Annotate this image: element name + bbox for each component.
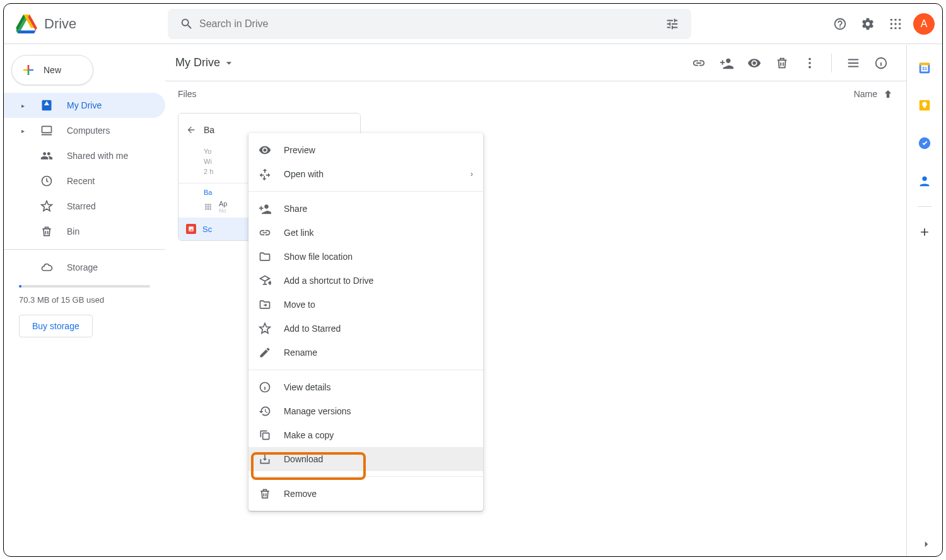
app-title: Drive [44, 16, 76, 32]
menu-item-preview[interactable]: Preview [248, 138, 483, 162]
more-icon[interactable] [797, 50, 822, 76]
trash-icon[interactable] [769, 50, 795, 76]
nav-starred[interactable]: ▸ Starred [4, 194, 165, 219]
nav-bin[interactable]: ▸ Bin [4, 219, 165, 244]
avatar[interactable]: A [913, 13, 935, 35]
nav-shared[interactable]: ▸ Shared with me [4, 143, 165, 168]
share-icon [259, 202, 271, 215]
svg-point-5 [899, 23, 901, 25]
header-actions: A [827, 11, 937, 37]
svg-point-3 [891, 23, 892, 25]
breadcrumb-label: My Drive [175, 56, 220, 69]
menu-item-remove[interactable]: Remove [248, 482, 483, 506]
expand-icon[interactable]: ▸ [19, 127, 26, 134]
menu-item-view-details[interactable]: View details [248, 375, 483, 399]
nav-computers[interactable]: ▸ Computers [4, 118, 165, 143]
svg-point-13 [809, 66, 811, 68]
tasks-app-icon[interactable] [912, 131, 937, 156]
arrow-up-icon [882, 88, 894, 100]
expand-icon[interactable]: ▸ [19, 102, 26, 109]
trash-icon [259, 487, 271, 500]
settings-icon[interactable] [855, 11, 880, 37]
apps-grid-icon[interactable] [883, 11, 908, 37]
nav: ▸ My Drive ▸ Computers ▸ Shared with me … [4, 93, 165, 337]
collapse-panel-icon[interactable] [921, 539, 932, 550]
details-icon[interactable] [868, 50, 894, 76]
nav-label: Shared with me [67, 151, 128, 161]
svg-rect-24 [263, 433, 269, 440]
star-icon [39, 199, 54, 214]
menu-item-rename[interactable]: Rename [248, 341, 483, 365]
drive-logo-icon [14, 11, 39, 37]
link-icon [259, 226, 271, 239]
plus-icon [21, 62, 36, 78]
logo-area[interactable]: Drive [14, 11, 163, 37]
files-heading: Files [178, 89, 197, 99]
svg-point-21 [922, 177, 926, 181]
menu-item-manage-versions[interactable]: Manage versions [248, 399, 483, 423]
link-icon[interactable] [686, 50, 711, 76]
search-input[interactable] [199, 18, 660, 30]
share-icon[interactable] [714, 50, 739, 76]
menu-divider [248, 476, 483, 477]
trash-icon [39, 224, 54, 239]
buy-storage-button[interactable]: Buy storage [19, 315, 93, 337]
header: Drive A [4, 4, 942, 44]
add-app-icon[interactable] [912, 219, 937, 245]
menu-divider [248, 370, 483, 370]
contacts-app-icon[interactable] [912, 168, 937, 194]
new-button[interactable]: New [11, 55, 93, 85]
search-icon[interactable] [174, 11, 199, 37]
sort-label: Name [854, 89, 877, 99]
nav-label: Recent [67, 176, 95, 186]
info-icon [259, 381, 271, 394]
computers-icon [39, 123, 54, 138]
keep-app-icon[interactable] [912, 93, 937, 118]
folder-icon [259, 250, 271, 263]
svg-point-7 [894, 27, 896, 29]
calendar-app-icon[interactable]: 31 [912, 55, 937, 80]
context-menu: PreviewOpen with›ShareGet linkShow file … [248, 133, 483, 511]
shared-icon [39, 148, 54, 163]
menu-divider [248, 191, 483, 192]
nav-storage[interactable]: ▸ Storage [4, 255, 165, 280]
copy-icon [259, 429, 271, 441]
chevron-down-icon [223, 57, 235, 69]
svg-point-0 [891, 18, 892, 20]
svg-text:31: 31 [922, 66, 927, 71]
download-icon [259, 453, 271, 465]
chevron-right-icon: › [470, 170, 473, 178]
support-icon[interactable] [827, 11, 853, 37]
columns-header: Files Name [165, 81, 906, 107]
nav-label: My Drive [67, 100, 102, 110]
preview-icon[interactable] [742, 50, 767, 76]
nav-label: Starred [67, 201, 96, 211]
arrow-left-icon [186, 125, 196, 135]
svg-point-4 [894, 23, 896, 25]
menu-item-add-a-shortcut-to-drive[interactable]: +Add a shortcut to Drive [248, 269, 483, 293]
list-view-icon[interactable] [841, 50, 866, 76]
menu-item-show-file-location[interactable]: Show file location [248, 245, 483, 269]
breadcrumb[interactable]: My Drive [170, 52, 240, 73]
menu-item-get-link[interactable]: Get link [248, 221, 483, 245]
menu-item-move-to[interactable]: Move to [248, 293, 483, 317]
search-bar[interactable] [168, 9, 691, 39]
cloud-icon [39, 260, 54, 275]
nav-recent[interactable]: ▸ Recent [4, 168, 165, 194]
menu-item-share[interactable]: Share [248, 197, 483, 221]
recent-icon [39, 173, 54, 189]
sort-control[interactable]: Name [854, 88, 894, 100]
svg-point-2 [899, 18, 901, 20]
nav-my-drive[interactable]: ▸ My Drive [4, 93, 165, 118]
rename-icon [259, 346, 271, 359]
menu-item-add-to-starred[interactable]: Add to Starred [248, 317, 483, 341]
menu-item-download[interactable]: Download [248, 447, 483, 471]
divider [831, 54, 832, 73]
menu-item-make-a-copy[interactable]: Make a copy [248, 423, 483, 447]
svg-text:+: + [269, 280, 271, 286]
svg-point-8 [899, 27, 901, 29]
tune-icon[interactable] [660, 11, 685, 37]
storage-bar [19, 285, 150, 288]
storage-used: 70.3 MB of 15 GB used [19, 295, 150, 305]
menu-item-open-with[interactable]: Open with› [248, 162, 483, 186]
